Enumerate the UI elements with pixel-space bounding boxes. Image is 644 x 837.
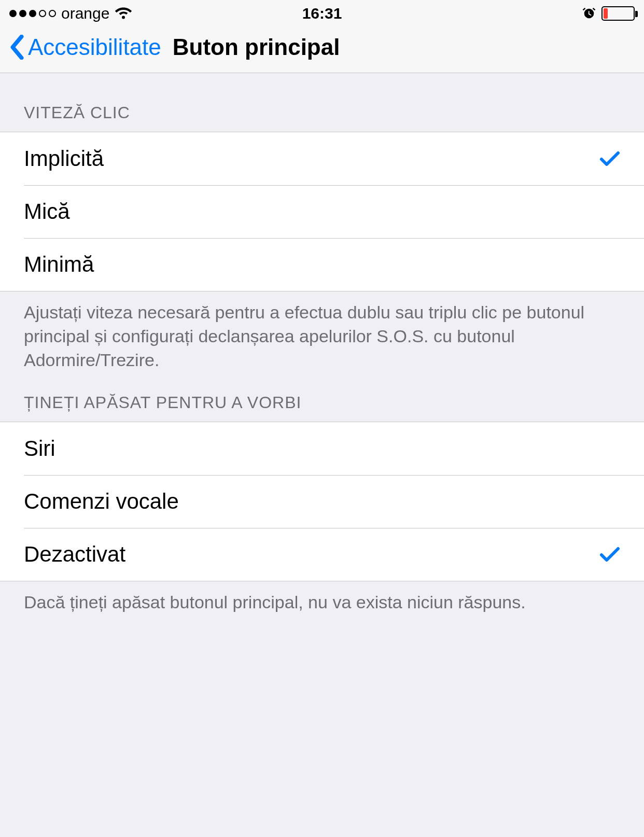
option-siri[interactable]: Siri <box>0 422 644 475</box>
option-label: Dezactivat <box>24 542 125 567</box>
page-title: Buton principal <box>173 34 340 60</box>
carrier-label: orange <box>61 5 109 22</box>
section-click-speed: VITEZĂ CLIC Implicită Mică Minimă Ajusta… <box>0 103 644 393</box>
option-label: Mică <box>24 199 70 224</box>
section-header: ȚINEȚI APĂSAT PENTRU A VORBI <box>0 393 644 422</box>
section-footer: Ajustați viteza necesară pentru a efectu… <box>0 291 644 393</box>
section-footer: Dacă țineți apăsat butonul principal, nu… <box>0 581 644 635</box>
alarm-icon <box>582 6 596 21</box>
option-slow[interactable]: Mică <box>0 185 644 238</box>
signal-strength-icon <box>9 10 56 17</box>
chevron-left-icon <box>9 35 25 60</box>
section-press-hold: ȚINEȚI APĂSAT PENTRU A VORBI Siri Comenz… <box>0 393 644 635</box>
section-rows: Siri Comenzi vocale Dezactivat <box>0 422 644 581</box>
option-slowest[interactable]: Minimă <box>0 238 644 291</box>
checkmark-icon <box>599 546 620 563</box>
option-label: Siri <box>24 436 55 461</box>
checkmark-icon <box>599 150 620 167</box>
option-label: Implicită <box>24 146 104 171</box>
battery-icon <box>601 6 635 21</box>
back-button[interactable]: Accesibilitate <box>9 34 161 60</box>
back-label: Accesibilitate <box>28 34 161 60</box>
section-rows: Implicită Mică Minimă <box>0 132 644 291</box>
navigation-bar: Accesibilitate Buton principal <box>0 27 644 73</box>
option-voice-control[interactable]: Comenzi vocale <box>0 475 644 528</box>
section-header: VITEZĂ CLIC <box>0 103 644 132</box>
option-label: Minimă <box>24 252 94 277</box>
option-default[interactable]: Implicită <box>0 132 644 185</box>
wifi-icon <box>115 7 132 20</box>
option-off[interactable]: Dezactivat <box>0 528 644 581</box>
status-bar: orange 16:31 <box>0 0 644 27</box>
status-time: 16:31 <box>302 5 342 22</box>
option-label: Comenzi vocale <box>24 489 179 514</box>
status-right <box>582 6 635 21</box>
status-left: orange <box>9 5 132 22</box>
